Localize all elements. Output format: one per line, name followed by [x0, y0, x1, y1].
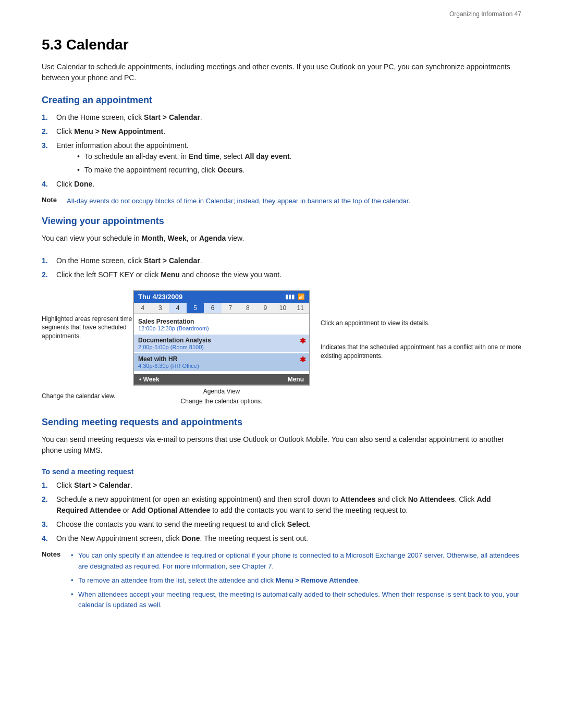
cal-day-10: 10 — [274, 303, 292, 313]
creating-step-3: 3. Enter information about the appointme… — [42, 140, 521, 176]
conflict-icon-docs: ✱ — [300, 337, 306, 345]
header-text: Organizing Information 47 — [449, 10, 521, 18]
creating-substep-2: To make the appointment recurring, click… — [77, 165, 521, 176]
creating-note: Note All-day events do not occupy blocks… — [42, 196, 521, 206]
notes-content: You can only specify if an attendee is r… — [71, 550, 521, 614]
note-item-3: When attendees accept your meeting reque… — [71, 589, 521, 611]
cal-day-7: 7 — [222, 303, 239, 313]
cal-header-icons: ▮▮▮ 📶 — [285, 293, 305, 300]
viewing-intro: You can view your schedule in Month, Wee… — [42, 233, 521, 244]
note-item-1: You can only specify if an attendee is r… — [71, 550, 521, 572]
event-time-sales: 12:00p-12:30p (Boardroom) — [138, 325, 305, 331]
notes-list: You can only specify if an attendee is r… — [71, 550, 521, 611]
section-sending: Sending meeting requests and appointment… — [42, 417, 521, 614]
cal-left-labels: Highlighted areas represent time segment… — [42, 290, 133, 406]
notes-label: Notes — [42, 550, 66, 558]
cal-header-date: Thu 4/23/2009 — [138, 293, 182, 301]
event-title-meet: Meet with HR — [138, 355, 305, 363]
creating-substep-1: To schedule an all-day event, in End tim… — [77, 151, 521, 162]
sending-steps-list: 1. Click Start > Calendar. 2. Schedule a… — [42, 480, 521, 544]
cal-day-9: 9 — [256, 303, 274, 313]
section-viewing-title: Viewing your appointments — [42, 216, 521, 227]
sending-step-3: 3. Choose the contacts you want to send … — [42, 519, 521, 530]
page-header: Organizing Information 47 — [449, 10, 521, 18]
agenda-view-label: Agenda View — [133, 388, 310, 395]
note-label: Note — [42, 196, 62, 204]
creating-step-1: 1. On the Home screen, click Start > Cal… — [42, 112, 521, 123]
phone-calendar: Thu 4/23/2009 ▮▮▮ 📶 4 3 4 5 6 7 8 — [133, 290, 310, 386]
chapter-intro: Use Calendar to schedule appointments, i… — [42, 61, 521, 83]
cal-day-8: 8 — [239, 303, 257, 313]
section-sending-title: Sending meeting requests and appointment… — [42, 417, 521, 428]
signal-icon: 📶 — [298, 293, 305, 300]
cal-event-meet: Meet with HR 4:30p-6:30p (HR Office) ✱ — [134, 353, 309, 371]
cal-day-11: 11 — [291, 303, 309, 313]
sending-step-1: 1. Click Start > Calendar. — [42, 480, 521, 491]
page-container: Organizing Information 47 5.3 Calendar U… — [0, 0, 563, 728]
sending-step-4: 4. On the New Appointment screen, click … — [42, 533, 521, 544]
cal-label-highlighted: Highlighted areas represent time segment… — [42, 315, 133, 341]
cal-day-5: 5 — [187, 303, 204, 313]
conflict-icon-meet: ✱ — [300, 355, 306, 364]
calendar-diagram: Highlighted areas represent time segment… — [42, 290, 521, 406]
subsection-send-request: To send a meeting request — [42, 467, 521, 476]
cal-events: Sales Presentation 12:00p-12:30p (Boardr… — [134, 314, 309, 374]
cal-event-docs: Documentation Analysis 2:00p-5:00p (Room… — [134, 335, 309, 352]
creating-substeps: To schedule an all-day event, in End tim… — [56, 151, 521, 176]
sending-step-2: 2. Schedule a new appointment (or open a… — [42, 494, 521, 516]
event-title-sales: Sales Presentation — [138, 318, 305, 325]
creating-step-4: 4. Click Done. — [42, 179, 521, 190]
cal-day-4a: 4 — [134, 303, 152, 313]
cal-day-3: 3 — [152, 303, 169, 313]
cal-label-conflict: Indicates that the scheduled appointment… — [321, 343, 521, 361]
section-creating-title: Creating an appointment — [42, 95, 521, 106]
battery-icon: ▮▮▮ — [285, 293, 295, 300]
note-item-2: To remove an attendee from the list, sel… — [71, 575, 521, 586]
creating-steps-list: 1. On the Home screen, click Start > Cal… — [42, 112, 521, 190]
cal-footer: • Week Menu — [134, 374, 309, 385]
cal-label-change-view: Change the calendar view. — [42, 392, 133, 401]
event-time-docs: 2:00p-5:00p (Room 8100) — [138, 344, 305, 350]
change-cal-options-label: Change the calendar options. — [133, 397, 310, 406]
creating-step-2: 2. Click Menu > New Appointment. — [42, 126, 521, 137]
event-title-docs: Documentation Analysis — [138, 337, 305, 344]
cal-event-sales: Sales Presentation 12:00p-12:30p (Boardr… — [134, 316, 309, 334]
viewing-steps-list: 1. On the Home screen, click Start > Cal… — [42, 255, 521, 280]
viewing-step-1: 1. On the Home screen, click Start > Cal… — [42, 255, 521, 266]
chapter-title: 5.3 Calendar — [42, 36, 521, 53]
cal-header: Thu 4/23/2009 ▮▮▮ 📶 — [134, 291, 309, 303]
note-text: All-day events do not occupy blocks of t… — [67, 196, 410, 206]
sending-intro: You can send meeting requests via e-mail… — [42, 434, 521, 456]
section-viewing: Viewing your appointments You can view y… — [42, 216, 521, 406]
cal-footer-week: • Week — [139, 376, 160, 383]
viewing-step-2: 2. Click the left SOFT KEY or click Menu… — [42, 269, 521, 280]
cal-label-click-appointment: Click an appointment to view its details… — [321, 319, 521, 328]
cal-footer-menu: Menu — [288, 376, 304, 383]
event-time-meet: 4:30p-6:30p (HR Office) — [138, 363, 305, 369]
cal-right-labels: Click an appointment to view its details… — [310, 290, 521, 406]
cal-days-row: 4 3 4 5 6 7 8 9 10 11 — [134, 303, 309, 314]
sending-notes: Notes You can only specify if an attende… — [42, 550, 521, 614]
cal-day-4b: 4 — [169, 303, 187, 313]
cal-day-6: 6 — [204, 303, 222, 313]
calendar-widget: Thu 4/23/2009 ▮▮▮ 📶 4 3 4 5 6 7 8 — [133, 290, 310, 406]
